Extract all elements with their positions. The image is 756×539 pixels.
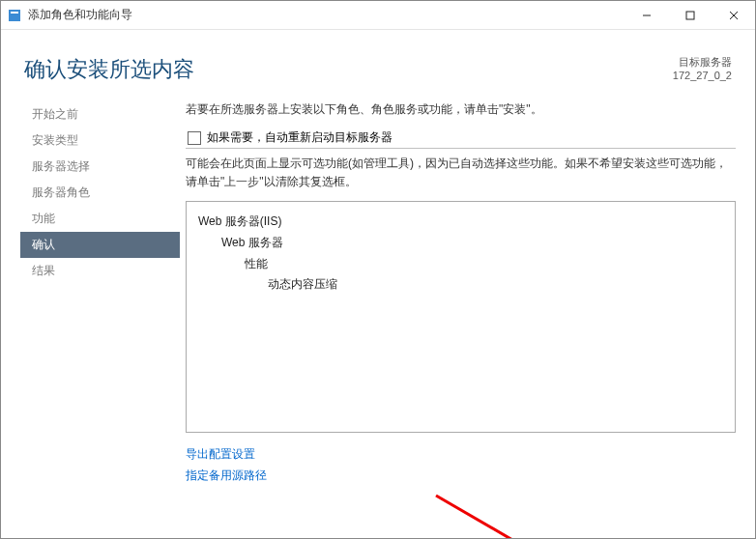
main-panel: 若要在所选服务器上安装以下角色、角色服务或功能，请单击"安装"。 如果需要，自动… [180, 94, 755, 539]
intro-text: 若要在所选服务器上安装以下角色、角色服务或功能，请单击"安装"。 [186, 101, 736, 118]
tree-item: Web 服务器 [198, 233, 723, 254]
window-title: 添加角色和功能向导 [28, 7, 132, 23]
auto-restart-checkbox[interactable] [188, 131, 201, 145]
target-server-label: 目标服务器 [673, 55, 732, 69]
auto-restart-row[interactable]: 如果需要，自动重新启动目标服务器 [186, 129, 736, 149]
minimize-button[interactable] [625, 1, 668, 30]
tree-item: 动态内容压缩 [198, 274, 723, 296]
sidebar-item-results: 结果 [20, 258, 180, 284]
svg-rect-3 [686, 12, 694, 19]
sidebar-item-before-you-begin[interactable]: 开始之前 [20, 101, 180, 128]
page-title: 确认安装所选内容 [24, 55, 673, 84]
target-server-name: 172_27_0_2 [673, 69, 732, 82]
content: 开始之前 安装类型 服务器选择 服务器角色 功能 确认 结果 若要在所选服务器上… [1, 94, 755, 539]
sidebar-item-installation-type[interactable]: 安装类型 [20, 128, 180, 154]
links-area: 导出配置设置 指定备用源路径 [186, 444, 736, 486]
sidebar-item-confirmation[interactable]: 确认 [20, 232, 180, 258]
header: 确认安装所选内容 目标服务器 172_27_0_2 [1, 30, 755, 94]
window-controls [625, 1, 755, 30]
tree-item: 性能 [198, 254, 723, 275]
svg-rect-1 [11, 12, 18, 14]
selection-tree: Web 服务器(IIS) Web 服务器 性能 动态内容压缩 [186, 201, 736, 433]
tree-item: Web 服务器(IIS) [198, 212, 723, 233]
sidebar-item-server-selection[interactable]: 服务器选择 [20, 154, 180, 180]
svg-rect-0 [9, 10, 20, 21]
close-button[interactable] [712, 1, 755, 30]
alt-source-link[interactable]: 指定备用源路径 [186, 468, 267, 482]
auto-restart-label: 如果需要，自动重新启动目标服务器 [207, 129, 393, 146]
sidebar-item-features[interactable]: 功能 [20, 206, 180, 232]
optional-features-note: 可能会在此页面上显示可选功能(如管理工具)，因为已自动选择这些功能。如果不希望安… [186, 155, 736, 191]
sidebar: 开始之前 安装类型 服务器选择 服务器角色 功能 确认 结果 [1, 94, 180, 539]
target-server-info: 目标服务器 172_27_0_2 [673, 55, 732, 83]
export-config-link[interactable]: 导出配置设置 [186, 447, 255, 461]
maximize-button[interactable] [668, 1, 712, 30]
sidebar-item-server-roles[interactable]: 服务器角色 [20, 180, 180, 206]
titlebar: 添加角色和功能向导 [1, 1, 755, 30]
app-icon [7, 8, 22, 23]
